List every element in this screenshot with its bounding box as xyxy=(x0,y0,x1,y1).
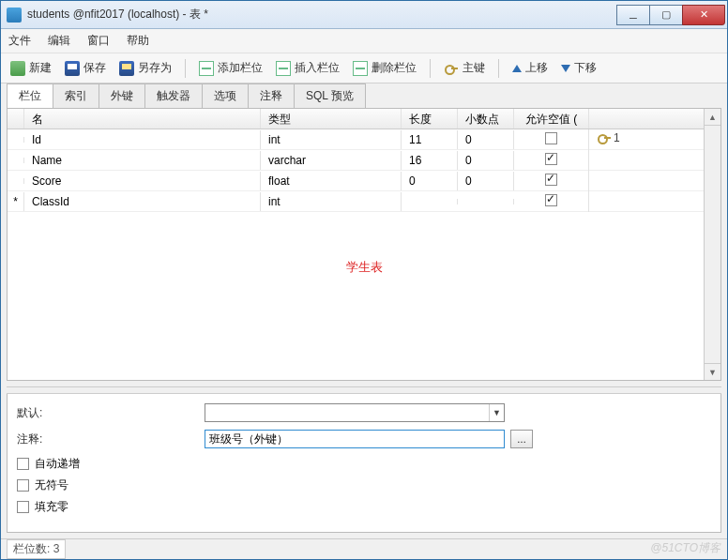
col-key[interactable] xyxy=(589,109,720,129)
autoincrement-row[interactable]: 自动递增 xyxy=(17,456,711,472)
scroll-down-icon[interactable]: ▼ xyxy=(705,363,720,380)
autoincrement-checkbox[interactable] xyxy=(17,458,29,470)
delete-field-button[interactable]: 删除栏位 xyxy=(349,58,420,78)
comment-more-button[interactable]: … xyxy=(510,430,533,448)
default-combo[interactable]: ▼ xyxy=(205,403,505,422)
cell-length[interactable]: 11 xyxy=(402,130,458,149)
menu-help[interactable]: 帮助 xyxy=(127,33,149,49)
cell-type[interactable]: int xyxy=(261,192,402,211)
tab-fields[interactable]: 栏位 xyxy=(7,83,53,108)
cell-decimal[interactable]: 0 xyxy=(458,151,514,170)
insert-field-button[interactable]: 插入栏位 xyxy=(272,58,343,78)
watermark: @51CTO博客 xyxy=(650,540,720,556)
vertical-scrollbar[interactable]: ▲ ▼ xyxy=(704,109,720,380)
comment-input[interactable] xyxy=(205,430,505,448)
tab-triggers[interactable]: 触发器 xyxy=(144,83,203,108)
zerofill-checkbox[interactable] xyxy=(17,501,29,513)
cell-length[interactable]: 0 xyxy=(402,172,458,190)
add-field-button[interactable]: 添加栏位 xyxy=(195,58,266,78)
tab-sqlpreview[interactable]: SQL 预览 xyxy=(294,83,366,108)
nullable-checkbox[interactable] xyxy=(545,174,557,186)
col-type[interactable]: 类型 xyxy=(261,109,402,129)
delete-field-icon xyxy=(353,61,368,76)
grid-body: Idint1101Namevarchar160Scorefloat00*Clas… xyxy=(8,129,720,212)
app-icon xyxy=(7,8,22,23)
cell-name[interactable]: ClassId xyxy=(24,192,261,211)
cell-name[interactable]: Name xyxy=(24,151,261,170)
move-down-button[interactable]: 下移 xyxy=(557,58,600,78)
menu-edit[interactable]: 编辑 xyxy=(48,33,70,49)
unsigned-row[interactable]: 无符号 xyxy=(17,477,711,493)
new-button[interactable]: 新建 xyxy=(7,58,55,78)
cell-decimal[interactable] xyxy=(458,199,514,204)
cell-nullable[interactable] xyxy=(514,191,589,212)
menu-file[interactable]: 文件 xyxy=(8,33,31,49)
tab-options[interactable]: 选项 xyxy=(202,83,249,108)
cell-type[interactable]: float xyxy=(261,172,402,190)
tab-indexes[interactable]: 索引 xyxy=(53,83,99,108)
col-decimal[interactable]: 小数点 xyxy=(458,109,514,129)
menu-window[interactable]: 窗口 xyxy=(87,33,110,49)
saveas-icon xyxy=(119,61,134,76)
cell-length[interactable] xyxy=(402,199,458,204)
default-label: 默认: xyxy=(17,405,205,421)
row-marker: * xyxy=(8,192,24,211)
toolbar: 新建 保存 另存为 添加栏位 插入栏位 删除栏位 主键 上移 下移 xyxy=(1,53,727,83)
cell-decimal[interactable]: 0 xyxy=(458,172,514,190)
separator xyxy=(185,59,186,78)
key-icon xyxy=(597,130,612,145)
table-row[interactable]: Scorefloat00 xyxy=(8,171,720,191)
col-length[interactable]: 长度 xyxy=(402,109,458,129)
separator xyxy=(498,59,499,78)
primary-key-button[interactable]: 主键 xyxy=(440,58,489,78)
move-up-button[interactable]: 上移 xyxy=(508,58,552,78)
window-title: students @nfit2017 (localhost) - 表 * xyxy=(27,7,617,23)
cell-name[interactable]: Id xyxy=(24,130,261,149)
cell-type[interactable]: varchar xyxy=(261,151,402,170)
cell-type[interactable]: int xyxy=(261,130,402,149)
separator xyxy=(430,59,431,78)
cell-nullable[interactable] xyxy=(514,150,589,171)
scroll-up-icon[interactable]: ▲ xyxy=(705,109,720,126)
unsigned-checkbox[interactable] xyxy=(17,479,29,492)
row-marker xyxy=(8,158,24,163)
table-row[interactable]: Idint1101 xyxy=(8,129,720,150)
comment-row: 注释: … xyxy=(17,430,711,448)
title-bar[interactable]: students @nfit2017 (localhost) - 表 * xyxy=(1,1,727,29)
cell-key[interactable] xyxy=(589,158,720,163)
save-button[interactable]: 保存 xyxy=(61,58,110,78)
cell-key[interactable] xyxy=(589,178,720,184)
insert-field-icon xyxy=(276,61,291,76)
cell-decimal[interactable]: 0 xyxy=(458,130,514,149)
row-marker xyxy=(8,137,24,143)
tab-foreignkeys[interactable]: 外键 xyxy=(99,83,145,108)
cell-key[interactable] xyxy=(589,199,720,204)
status-text: 栏位数: 3 xyxy=(7,539,66,559)
arrow-down-icon xyxy=(561,65,570,72)
table-row[interactable]: Namevarchar160 xyxy=(8,150,720,171)
tab-bar: 栏位 索引 外键 触发器 选项 注释 SQL 预览 xyxy=(1,83,727,108)
cell-name[interactable]: Score xyxy=(24,172,261,190)
nullable-checkbox[interactable] xyxy=(545,194,557,206)
table-row[interactable]: *ClassIdint xyxy=(8,191,720,212)
nullable-checkbox[interactable] xyxy=(545,153,557,165)
splitter[interactable] xyxy=(7,386,721,394)
close-button[interactable] xyxy=(682,5,725,25)
col-nullable[interactable]: 允许空值 ( xyxy=(514,109,589,129)
grid-header: 名 类型 长度 小数点 允许空值 ( xyxy=(8,109,720,129)
nullable-checkbox[interactable] xyxy=(545,132,557,144)
minimize-button[interactable] xyxy=(616,5,650,25)
saveas-button[interactable]: 另存为 xyxy=(115,58,175,78)
cell-key[interactable]: 1 xyxy=(589,128,720,151)
new-icon xyxy=(10,61,25,76)
fields-grid[interactable]: 名 类型 长度 小数点 允许空值 ( Idint1101Namevarchar1… xyxy=(8,109,720,212)
zerofill-row[interactable]: 填充零 xyxy=(17,499,711,515)
col-name[interactable]: 名 xyxy=(24,109,261,129)
cell-length[interactable]: 16 xyxy=(402,151,458,170)
cell-nullable[interactable] xyxy=(514,129,589,150)
default-row: 默认: ▼ xyxy=(17,403,711,422)
row-marker xyxy=(8,178,24,184)
cell-nullable[interactable] xyxy=(514,171,589,191)
tab-comments[interactable]: 注释 xyxy=(248,83,295,108)
maximize-button[interactable] xyxy=(649,5,683,25)
